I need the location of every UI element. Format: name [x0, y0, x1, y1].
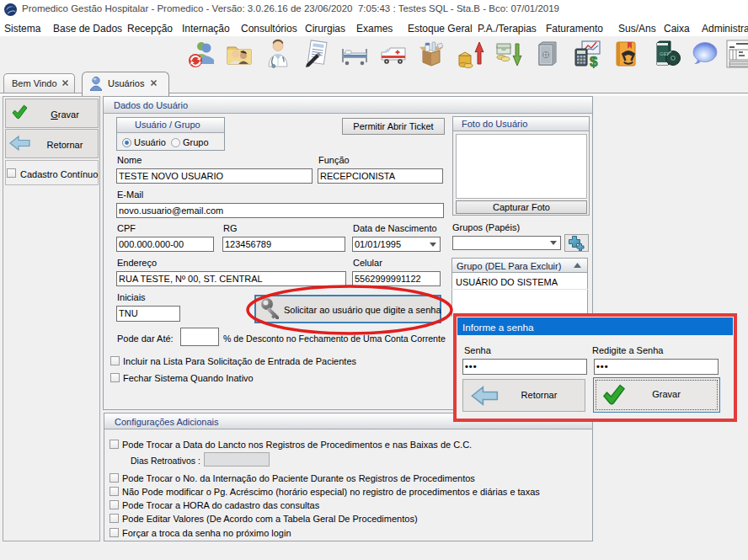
svg-text:$: $	[590, 54, 598, 69]
